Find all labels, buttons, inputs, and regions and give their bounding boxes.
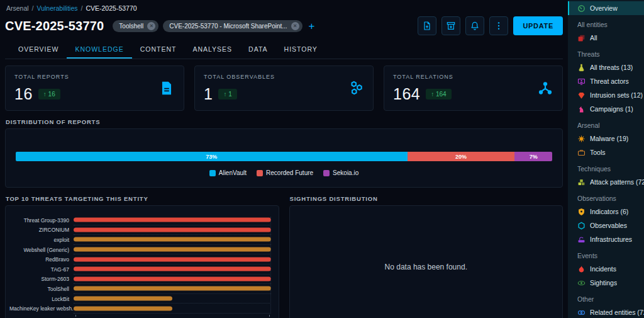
sidebar-item-indicators-6[interactable]: Indicators (6) — [568, 205, 644, 219]
right-sidebar: OverviewAll entitiesAllThreatsAll threat… — [568, 0, 644, 318]
chart-bar[interactable] — [74, 247, 271, 252]
breadcrumb-separator: / — [32, 4, 34, 12]
entity-header: CVE-2025-53770 Toolshell×CVE-2025-53770 … — [5, 16, 563, 35]
campaign-icon — [577, 105, 586, 113]
chart-bar-area — [74, 294, 271, 304]
sidebar-item-incidents[interactable]: Incidents — [568, 262, 644, 276]
shield-icon — [577, 208, 586, 216]
chart-bar[interactable] — [74, 218, 271, 222]
stat-card-total-reports: TOTAL REPORTS16↑ 16 — [5, 65, 184, 111]
empty-state-message: No data has been found. — [385, 263, 467, 271]
file-export-button[interactable] — [418, 16, 436, 35]
sidebar-item-label: Threat actors — [590, 77, 629, 85]
sidebar-item-campaigns-1[interactable]: Campaigns (1) — [568, 102, 644, 116]
remove-label-icon[interactable]: × — [147, 22, 155, 30]
chart-row-zirconium: ZIRCONIUM — [9, 225, 271, 236]
chart-bar-area — [74, 304, 271, 314]
breadcrumb-item-vulnerabilities[interactable]: Vulnerabilities — [37, 4, 78, 12]
chart-bar-area — [74, 254, 271, 264]
chart-row-exploit: exploit — [9, 235, 271, 245]
stat-card-value: 164 — [393, 85, 420, 103]
sidebar-item-label: Attack patterns (72) — [590, 178, 644, 186]
legend-item-recorded-future: Recorded Future — [257, 169, 313, 176]
tab-data[interactable]: DATA — [240, 40, 275, 59]
chart-row-webshell-generic: Webshell (Generic) — [9, 245, 271, 255]
chart-row-storm-2603: Storm-2603 — [9, 275, 271, 285]
sidebar-item-label: Tools — [590, 149, 606, 156]
remove-label-icon[interactable]: × — [291, 22, 299, 30]
chart-bar-area — [74, 284, 271, 294]
sidebar-item-overview[interactable]: Overview — [568, 1, 644, 15]
distribution-title: DISTRIBUTION OF REPORTS — [6, 118, 563, 125]
sidebar-item-all[interactable]: All — [568, 31, 644, 45]
archive-button[interactable] — [441, 16, 460, 35]
legend-item-alienvault: AlienVault — [209, 169, 247, 176]
entity-label-chip[interactable]: Toolshell× — [113, 20, 158, 32]
chart-bar-area — [74, 225, 271, 236]
hexagon-icon — [577, 222, 586, 230]
sidebar-item-malware-19[interactable]: Malware (19) — [568, 132, 644, 145]
top-threats-panel: Threat Group-3390ZIRCONIUMexploitWebshel… — [5, 205, 279, 318]
report-source-segment-sekoia-io: 7% — [514, 152, 552, 161]
breadcrumb-item-arsenal[interactable]: Arsenal — [6, 4, 29, 12]
chart-category-label: exploit — [9, 237, 74, 243]
notifications-button[interactable] — [465, 16, 484, 35]
sidebar-item-all-threats-13[interactable]: All threats (13) — [568, 60, 644, 74]
chart-bar-area — [74, 235, 271, 245]
sidebar-item-label: Incidents — [590, 265, 616, 273]
chart-category-label: ZIRCONIUM — [9, 227, 74, 233]
sidebar-item-sightings[interactable]: Sightings — [568, 276, 644, 290]
sidebar-item-related-entities-72[interactable]: Related entities (72) — [568, 305, 644, 318]
tab-knowledge[interactable]: KNOWLEDGE — [67, 40, 131, 59]
flask-icon — [577, 64, 586, 72]
chart-bar[interactable] — [74, 276, 271, 281]
update-button[interactable]: UPDATE — [513, 16, 563, 35]
sidebar-item-intrusion-sets-12[interactable]: Intrusion sets (12) — [568, 88, 644, 102]
chart-bar[interactable] — [74, 297, 172, 301]
add-label-button[interactable]: + — [308, 21, 316, 31]
entity-label-chip[interactable]: CVE-2025-53770 - Microsoft SharePoint...… — [163, 20, 302, 32]
chart-bar-area — [74, 275, 271, 285]
chart-bar[interactable] — [74, 306, 172, 310]
sidebar-item-label: Related entities (72) — [590, 309, 644, 316]
report-source-segment-alienvault: 73% — [16, 152, 408, 161]
stat-delta-badge: ↑ 164 — [426, 89, 451, 99]
chart-bar[interactable] — [74, 237, 271, 242]
sightings-title: SIGHTINGS DISTRIBUTION — [290, 195, 564, 202]
stat-delta-badge: ↑ 1 — [218, 89, 236, 99]
app-root: Arsenal/Vulnerabilities/CVE-2025-53770 C… — [0, 0, 644, 318]
sidebar-item-observables[interactable]: Observables — [568, 219, 644, 232]
header-actions — [418, 16, 508, 35]
x-axis-tick-max: 2 — [267, 314, 270, 318]
breadcrumb-item-current: CVE-2025-53770 — [86, 4, 136, 12]
chart-category-label: Webshell (Generic) — [9, 247, 74, 253]
chart-category-label: LockBit — [9, 296, 74, 302]
chart-bar[interactable] — [74, 257, 271, 261]
sidebar-item-label: All threats (13) — [590, 64, 633, 71]
chart-bar[interactable] — [74, 287, 271, 291]
chart-category-label: TAG-67 — [9, 266, 74, 273]
sidebar-item-label: Overview — [590, 4, 618, 12]
tab-history[interactable]: HISTORY — [276, 40, 326, 59]
sidebar-item-infrastructures[interactable]: Infrastructures — [568, 232, 644, 246]
tab-content[interactable]: CONTENT — [132, 40, 185, 59]
sidebar-item-threat-actors[interactable]: Threat actors — [568, 74, 644, 88]
chart-bar[interactable] — [74, 267, 271, 271]
tab-overview[interactable]: OVERVIEW — [10, 40, 67, 59]
chart-row-redbravo: RedBravo — [9, 254, 271, 264]
chart-row-lockbit: LockBit — [9, 294, 271, 304]
chart-category-label: RedBravo — [9, 256, 74, 263]
entity-label-text: CVE-2025-53770 - Microsoft SharePoint... — [169, 23, 287, 30]
more-options-button[interactable] — [489, 16, 508, 35]
stat-card-total-relations: TOTAL RELATIONS164↑ 164 — [384, 65, 563, 111]
legend-swatch — [209, 170, 216, 176]
stat-card-label: TOTAL REPORTS — [14, 74, 175, 80]
sidebar-item-attack-patterns-72[interactable]: Attack patterns (72) — [568, 175, 644, 189]
chart-bar[interactable] — [74, 227, 271, 232]
top-threats-column: TOP 10 THREATS TARGETING THIS ENTITY Thr… — [5, 188, 279, 318]
stat-delta-badge: ↑ 16 — [38, 89, 60, 99]
sidebar-item-tools[interactable]: Tools — [568, 145, 644, 159]
tab-analyses[interactable]: ANALYSES — [184, 40, 240, 59]
file-export-icon — [422, 21, 432, 31]
chart-row-threat-group-3390: Threat Group-3390 — [9, 215, 271, 225]
